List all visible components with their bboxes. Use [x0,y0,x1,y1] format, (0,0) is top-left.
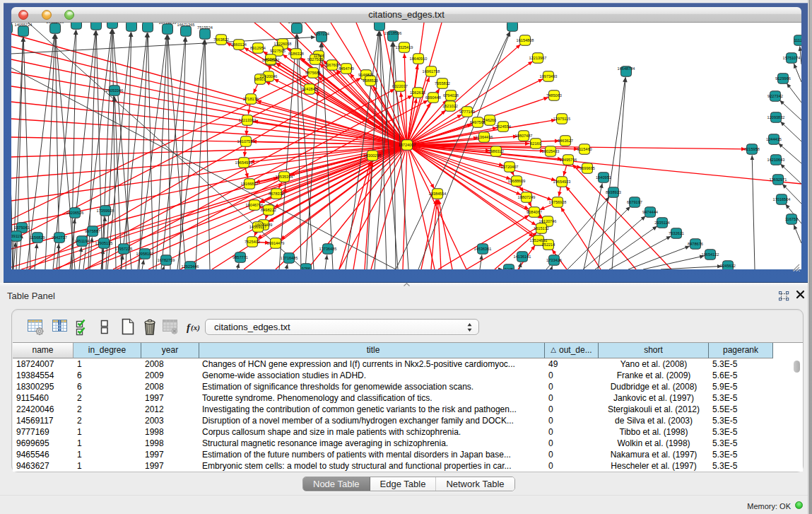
svg-text:6990448: 6990448 [425,95,441,100]
table-row[interactable]: 977716911998Corpus callosum shape and si… [13,426,773,438]
cell-pagerank: 5.3E-5 [709,438,773,449]
network-graph-canvas[interactable]: 1905114055724206914069465546181531731065… [11,23,801,269]
svg-text:7986322: 7986322 [488,149,504,153]
column-header-pagerank[interactable]: pagerank [709,343,773,358]
cell-title: Structural magnetic resonance image aver… [199,438,545,449]
cell-out_de: 0 [545,438,599,449]
svg-text:2935114: 2935114 [654,221,669,225]
window-resize-grip[interactable] [790,262,801,271]
svg-text:16046766: 16046766 [246,203,264,207]
function-builder-button[interactable]: f (x) [186,317,204,336]
table-row[interactable]: 1456911722003Disruption of a novel membe… [13,415,773,426]
column-header-name[interactable]: name [13,343,73,358]
cell-out_de: 49 [545,358,599,370]
table-row[interactable]: 946362711997Embryonic stem cells: a mode… [13,460,773,472]
select-all-columns-button[interactable] [74,317,93,336]
column-header-year[interactable]: year [141,343,199,358]
cell-name: 18724007 [13,358,73,370]
dropdown-arrows-icon [466,321,473,337]
svg-text:9327505: 9327505 [270,49,286,53]
svg-text:8498222: 8498222 [261,208,276,212]
svg-text:9227342: 9227342 [767,94,783,98]
close-panel-icon[interactable] [794,290,806,301]
svg-text:7955812: 7955812 [435,81,450,86]
svg-text:1615132: 1615132 [534,226,549,230]
svg-text:9129966: 9129966 [775,76,791,81]
delete-column-button[interactable] [141,317,159,336]
svg-text:7485063: 7485063 [546,93,562,98]
cell-title: Genome-wide association studies in ADHD. [199,370,545,381]
svg-text:8478676: 8478676 [688,242,703,246]
cell-year: 2009 [141,370,199,381]
network-view-window: citations_edges.txt 19051140557242069140… [4,3,808,283]
svg-text:8215958: 8215958 [744,147,760,151]
zoom-window-button[interactable] [64,10,74,20]
node-attribute-table[interactable]: namein_degreeyeartitle△out_de...shortpag… [13,342,803,472]
svg-text:18724007: 18724007 [399,143,416,147]
cell-out_de: 0 [545,381,599,392]
vertical-scrollbar-thumb[interactable] [794,361,800,373]
svg-text:29053346: 29053346 [106,88,124,93]
column-header-in_degree[interactable]: in_degree [73,343,141,358]
cell-out_de: 0 [545,392,599,404]
svg-text:13716485: 13716485 [281,256,298,260]
close-window-button[interactable] [18,10,28,20]
cell-year: 2008 [141,358,199,370]
svg-text:7515524: 7515524 [197,25,213,30]
toggle-row-height-button[interactable] [95,317,114,336]
minimize-window-button[interactable] [42,10,52,20]
table-panel-header: Table Panel [0,286,808,306]
cell-short: Hescheler et al. (1997) [599,460,709,472]
svg-text:19654933: 19654933 [235,160,253,165]
tab-node-table[interactable]: Node Table [303,477,370,491]
create-column-button[interactable] [119,317,137,336]
svg-text:15720407: 15720407 [501,165,519,169]
svg-text:116753: 116753 [785,217,798,221]
table-row[interactable]: 1938455462009Genome-wide association stu… [13,370,773,381]
cell-in_degree: 1 [73,460,141,472]
table-selector-dropdown[interactable]: citations_edges.txt [205,319,479,335]
cell-short: Franke et al. (2009) [599,370,709,381]
status-bar: Memory: OK [0,495,812,514]
memory-ok-indicator-icon[interactable] [795,501,803,509]
svg-text:20206526: 20206526 [66,211,84,215]
cell-name: 19384554 [13,370,73,381]
svg-text:9115460: 9115460 [577,147,592,151]
table-mode-button[interactable] [26,317,45,336]
table-row[interactable]: 946554611997Estimation of the future num… [13,449,773,460]
table-row[interactable]: 969969511998Structural magnetic resonanc… [13,438,773,449]
table-row[interactable]: 2242004622012Investigating the contribut… [13,404,773,415]
svg-text:19051: 19051 [11,23,13,24]
table-row[interactable]: 1830029562008Estimation of significance … [13,381,773,392]
column-header-title[interactable]: title [199,343,545,358]
svg-text:1362615: 1362615 [410,90,425,95]
cell-in_degree: 6 [73,381,141,392]
column-header-short[interactable]: short [599,343,709,358]
tab-edge-table[interactable]: Edge Table [370,477,437,491]
svg-text:2942737: 2942737 [52,235,67,240]
window-titlebar[interactable]: citations_edges.txt [11,7,801,23]
svg-text:17957225: 17957225 [115,247,133,251]
show-columns-button[interactable] [51,317,69,336]
float-panel-icon[interactable] [779,291,789,301]
svg-text:15751074: 15751074 [783,56,801,60]
svg-text:9699695: 9699695 [579,166,595,170]
window-title: citations_edges.txt [11,7,801,22]
column-header-out_de[interactable]: △out_de... [545,343,599,358]
svg-text:2367608: 2367608 [324,63,340,67]
svg-text:5875685: 5875685 [305,71,321,75]
svg-text:14055724: 14055724 [15,23,33,27]
cell-pagerank: 5.3E-5 [709,426,773,438]
table-row[interactable]: 911546021997Tourette syndrome. Phenomeno… [13,392,773,404]
svg-text:20691406: 20691406 [47,23,64,24]
svg-text:17016504: 17016504 [773,197,791,201]
table-row[interactable]: 1872400712008Changes of HCN gene express… [13,358,773,370]
tab-network-table[interactable]: Network Table [436,477,514,491]
svg-text:1640951: 1640951 [596,175,611,180]
cell-name: 9115460 [13,392,73,404]
svg-text:18807249: 18807249 [518,195,536,199]
cell-in_degree: 6 [73,370,141,381]
svg-text:10654122: 10654122 [702,252,719,257]
cell-in_degree: 1 [73,426,141,438]
svg-text:16033809: 16033809 [288,23,306,24]
